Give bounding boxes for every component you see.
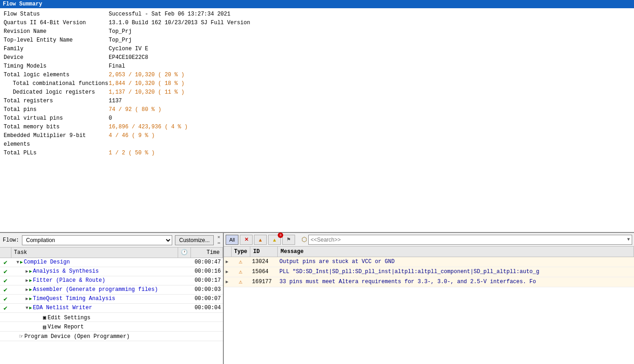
task-name-text: Program Device (Open Programmer): [24, 333, 129, 340]
play-icon: ▶: [29, 296, 32, 301]
expand-down-icon[interactable]: ▼: [26, 306, 28, 311]
summary-table: Flow StatusSuccessful - Sat Feb 06 13:27…: [0, 8, 634, 232]
expand-icon[interactable]: ▶: [226, 280, 228, 285]
task-name-cell[interactable]: ▼▶Compile Design: [11, 258, 178, 267]
expand-icon[interactable]: ▶: [226, 259, 228, 264]
msg-expand-cell[interactable]: ▶: [224, 257, 231, 267]
summary-label: Device: [4, 53, 109, 62]
table-row[interactable]: ✔▼▶Compile Design00:00:47: [0, 258, 223, 267]
task-time-cell: [191, 312, 223, 322]
task-time-cell: 00:00:47: [191, 258, 223, 267]
summary-label: Total PLLs: [4, 149, 109, 158]
summary-row: FamilyCyclone IV E: [4, 45, 630, 53]
summary-value: 16,896 / 423,936 ( 4 % ): [109, 123, 188, 132]
flow-summary-panel: Flow Summary Flow StatusSuccessful - Sat…: [0, 0, 634, 233]
task-time-cell: 00:00:07: [191, 294, 223, 303]
task-time-cell: 00:00:03: [191, 285, 223, 294]
program-device-icon: ☞: [19, 332, 23, 340]
summary-row: Total virtual pins0: [4, 114, 630, 123]
clock-cell: [178, 322, 191, 332]
task-status-cell: ✔: [0, 258, 11, 267]
clock-col-header: 🕐: [178, 248, 191, 258]
task-name-cell[interactable]: ▣Edit Settings: [11, 312, 178, 322]
clock-icon: 🕐: [181, 249, 188, 256]
table-row[interactable]: ✔▶▶Fitter (Place & Route)00:00:17: [0, 276, 223, 285]
expand-right-icon[interactable]: ▶: [26, 278, 28, 283]
task-time-cell: 00:00:17: [191, 276, 223, 285]
list-item[interactable]: ▶⚠16917733 pins must meet Altera require…: [224, 277, 634, 287]
search-bar: ▼: [308, 235, 632, 245]
table-row[interactable]: ✔▶▶Assembler (Generate programming files…: [0, 285, 223, 294]
summary-label: Timing Models: [4, 62, 109, 71]
expand-right-icon[interactable]: ▶: [26, 287, 28, 292]
expand-col-header: [224, 247, 231, 257]
error-filter-button[interactable]: ✕: [240, 235, 253, 245]
task-name-cell[interactable]: ▶▶Analysis & Synthesis: [11, 267, 178, 276]
clock-cell: [178, 331, 191, 341]
time-col-header: Time: [191, 248, 223, 258]
list-item[interactable]: ▶⚠13024Output pins are stuck at VCC or G…: [224, 257, 634, 267]
panel-resize-icon[interactable]: ⇔: [217, 240, 220, 246]
summary-label: Family: [4, 45, 109, 53]
compilation-panel: Flow: Compilation Customize... ✕ ⇔ Task …: [0, 233, 224, 364]
summary-value: Successful - Sat Feb 06 13:27:34 2021: [109, 10, 230, 19]
expand-down-icon[interactable]: ▼: [16, 260, 19, 265]
msg-toolbar: All ✕ ▲ ▲ 3 ⚑ ⬡ ▼: [224, 233, 634, 247]
summary-row: Total combinational functions1,844 / 10,…: [4, 79, 630, 88]
all-messages-button[interactable]: All: [226, 235, 238, 245]
table-row[interactable]: ▤View Report: [0, 322, 223, 332]
table-row[interactable]: ✔▶▶Analysis & Synthesis00:00:16: [0, 267, 223, 276]
check-icon: ✔: [4, 286, 7, 294]
summary-label: Quartus II 64-Bit Version: [4, 19, 109, 27]
msg-id-cell: 13024: [250, 257, 278, 267]
table-row[interactable]: ▣Edit Settings: [0, 312, 223, 322]
list-item[interactable]: ▶⚠15064PLL "SD:SD_Inst|SD_pll:SD_pll_ins…: [224, 267, 634, 277]
task-name-cell[interactable]: ▤View Report: [11, 322, 178, 332]
summary-row: Dedicated logic registers1,137 / 10,320 …: [4, 88, 630, 97]
extra-filter-button[interactable]: ⚑: [282, 235, 295, 245]
summary-label: Total combinational functions: [4, 79, 109, 88]
panel-collapse-icon[interactable]: ✕: [217, 234, 220, 240]
summary-label: Total logic elements: [4, 71, 109, 79]
clock-cell: [178, 303, 191, 312]
clock-cell: [178, 294, 191, 303]
panel-title-bar: Flow Summary: [0, 0, 634, 8]
task-name-text: Fitter (Place & Route): [33, 277, 105, 284]
check-icon: ✔: [4, 295, 7, 303]
filter-icon: ⬡: [301, 236, 307, 243]
message-col-header: Message: [278, 247, 634, 257]
msg-expand-cell[interactable]: ▶: [224, 277, 231, 287]
expand-right-icon[interactable]: ▶: [26, 296, 28, 301]
search-dropdown-icon[interactable]: ▼: [627, 237, 630, 242]
table-row[interactable]: ✔▼▶EDA Netlist Writer00:00:04: [0, 303, 223, 312]
task-time-cell: [191, 322, 223, 332]
summary-row: Total registers1137: [4, 97, 630, 106]
expand-icon[interactable]: ▶: [226, 269, 228, 274]
msg-expand-cell[interactable]: ▶: [224, 267, 231, 277]
flow-select[interactable]: Compilation: [22, 235, 172, 245]
summary-value: 2,053 / 10,320 ( 20 % ): [109, 71, 185, 79]
customize-button[interactable]: Customize...: [175, 235, 214, 245]
task-name-cell[interactable]: ☞Program Device (Open Programmer): [11, 331, 178, 341]
play-icon: ▶: [20, 259, 23, 265]
msg-text-cell: Output pins are stuck at VCC or GND: [278, 257, 634, 267]
expand-right-icon[interactable]: ▶: [26, 269, 28, 274]
task-name-cell[interactable]: ▶▶Assembler (Generate programming files): [11, 285, 178, 294]
table-row[interactable]: ☞Program Device (Open Programmer): [0, 331, 223, 341]
task-name-cell[interactable]: ▼▶EDA Netlist Writer: [11, 303, 178, 312]
clock-cell: [178, 276, 191, 285]
summary-label: Total memory bits: [4, 123, 109, 132]
task-time-cell: 00:00:16: [191, 267, 223, 276]
task-status-cell: [0, 312, 11, 322]
task-name-cell[interactable]: ▶▶TimeQuest Timing Analysis: [11, 294, 178, 303]
task-name-cell[interactable]: ▶▶Fitter (Place & Route): [11, 276, 178, 285]
summary-row: Total memory bits16,896 / 423,936 ( 4 % …: [4, 123, 630, 132]
edit-settings-icon: ▣: [43, 314, 46, 321]
summary-value: 74 / 92 ( 80 % ): [109, 106, 161, 114]
status-col-header: [0, 248, 11, 258]
summary-row: Flow StatusSuccessful - Sat Feb 06 13:27…: [4, 10, 630, 19]
task-status-cell: ✔: [0, 276, 11, 285]
warning-filter-button[interactable]: ▲: [254, 235, 267, 245]
search-input[interactable]: [311, 237, 627, 243]
table-row[interactable]: ✔▶▶TimeQuest Timing Analysis00:00:07: [0, 294, 223, 303]
